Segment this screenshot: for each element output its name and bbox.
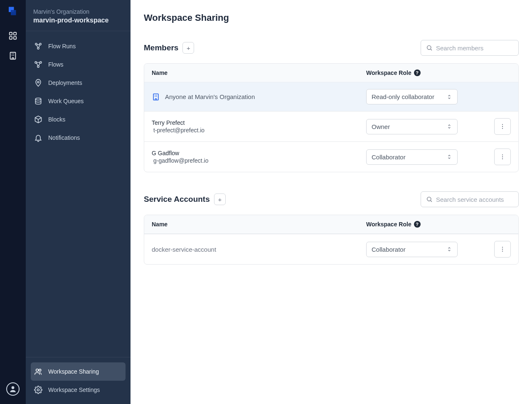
workspace-name: marvin-prod-workspace xyxy=(33,17,123,24)
kebab-icon xyxy=(499,246,506,253)
svg-point-34 xyxy=(502,124,503,125)
member-email: g-gadflow@prefect.io xyxy=(153,157,366,164)
nav-label: Flow Runs xyxy=(48,43,76,50)
deployments-icon xyxy=(34,79,42,87)
svg-point-12 xyxy=(12,386,15,389)
members-table: Name Workspace Role ? Anyone at Marvin's… xyxy=(144,63,519,172)
svg-point-44 xyxy=(502,251,503,252)
page-title: Workspace Sharing xyxy=(144,12,519,23)
member-name: G Gadflow xyxy=(152,150,366,156)
service-role-select[interactable]: Collaborator xyxy=(366,242,458,257)
col-name-header: Name xyxy=(152,69,366,76)
rail-user-avatar[interactable] xyxy=(6,382,20,396)
member-role-select[interactable]: Owner xyxy=(366,119,458,134)
service-table: Name Workspace Role ? docker-service-acc… xyxy=(144,215,519,265)
svg-point-23 xyxy=(37,389,39,391)
col-role-header: Workspace Role ? xyxy=(366,221,487,228)
nav-flow-runs[interactable]: Flow Runs xyxy=(31,37,126,55)
chevron-updown-icon xyxy=(446,246,452,252)
help-icon[interactable]: ? xyxy=(414,69,421,76)
add-member-button[interactable]: + xyxy=(182,42,194,54)
svg-point-24 xyxy=(427,46,431,50)
col-name-header: Name xyxy=(152,221,366,228)
app-rail xyxy=(0,0,26,404)
member-row: Terry Prefect t-prefect@prefect.io Owner xyxy=(144,111,518,141)
kebab-icon xyxy=(499,123,506,130)
svg-point-39 xyxy=(502,159,503,159)
search-members-input[interactable] xyxy=(436,45,513,52)
search-members[interactable] xyxy=(421,40,519,56)
help-icon[interactable]: ? xyxy=(414,221,421,228)
col-role-header: Workspace Role ? xyxy=(366,69,487,76)
service-section-header: Service Accounts + xyxy=(144,191,519,207)
rail-organization-icon[interactable] xyxy=(6,49,20,62)
members-heading: Members xyxy=(144,43,178,52)
main-content: Workspace Sharing Members + Name Workspa… xyxy=(131,0,532,404)
building-icon xyxy=(152,93,160,101)
member-role-select[interactable]: Collaborator xyxy=(366,149,458,165)
member-name: Terry Prefect xyxy=(152,119,366,126)
member-actions-button[interactable] xyxy=(494,149,511,165)
service-row: docker-service-account Collaborator xyxy=(144,234,518,264)
svg-rect-26 xyxy=(153,94,158,100)
nav-label: Work Queues xyxy=(48,98,84,104)
nav-workspace-sharing[interactable]: Workspace Sharing xyxy=(31,362,126,381)
nav-label: Deployments xyxy=(48,79,82,86)
svg-point-37 xyxy=(502,154,503,155)
kebab-icon xyxy=(499,154,506,160)
nav-label: Workspace Settings xyxy=(48,387,100,393)
svg-point-43 xyxy=(502,249,503,250)
flow-runs-icon xyxy=(34,42,42,50)
org-access-label: Anyone at Marvin's Organization xyxy=(165,93,255,100)
svg-point-36 xyxy=(502,128,503,129)
member-actions-button[interactable] xyxy=(494,118,511,135)
sidebar-footer: Workspace Sharing Workspace Settings xyxy=(26,357,131,404)
chevron-updown-icon xyxy=(446,124,452,129)
bell-icon xyxy=(34,134,42,142)
svg-point-35 xyxy=(502,126,503,127)
svg-point-19 xyxy=(37,81,39,83)
svg-rect-2 xyxy=(10,37,12,39)
service-table-head: Name Workspace Role ? xyxy=(144,215,518,234)
svg-point-38 xyxy=(502,156,503,157)
search-service-accounts[interactable] xyxy=(421,191,519,207)
org-role-select[interactable]: Read-only collaborator xyxy=(366,89,458,104)
members-table-head: Name Workspace Role ? xyxy=(144,64,518,82)
svg-point-22 xyxy=(39,369,41,371)
nav-workspace-settings[interactable]: Workspace Settings xyxy=(31,381,126,399)
nav-deployments[interactable]: Deployments xyxy=(31,74,126,92)
sidebar-nav: Flow Runs Flows Deployments Work Queues … xyxy=(26,31,131,357)
nav-work-queues[interactable]: Work Queues xyxy=(31,92,126,110)
nav-label: Workspace Sharing xyxy=(48,368,99,375)
search-service-input[interactable] xyxy=(436,196,513,203)
chevron-updown-icon xyxy=(446,154,452,160)
gear-icon xyxy=(34,386,42,394)
service-actions-button[interactable] xyxy=(494,241,511,258)
add-service-account-button[interactable]: + xyxy=(214,193,226,205)
rail-workspaces-icon[interactable] xyxy=(6,29,20,42)
sidebar: Marvin's Organization marvin-prod-worksp… xyxy=(26,0,131,404)
svg-rect-4 xyxy=(10,52,16,59)
nav-flows[interactable]: Flows xyxy=(31,55,126,74)
nav-notifications[interactable]: Notifications xyxy=(31,129,126,147)
service-heading: Service Accounts xyxy=(144,195,210,204)
chevron-updown-icon xyxy=(446,94,452,100)
work-queues-icon xyxy=(34,97,42,105)
users-icon xyxy=(34,367,42,376)
svg-point-20 xyxy=(35,98,41,100)
org-access-row: Anyone at Marvin's Organization Read-onl… xyxy=(144,82,518,111)
svg-rect-1 xyxy=(14,32,16,35)
member-row: G Gadflow g-gadflow@prefect.io Collabora… xyxy=(144,141,518,172)
app-logo[interactable] xyxy=(7,6,19,18)
nav-label: Flows xyxy=(48,61,64,68)
search-icon xyxy=(426,44,433,52)
svg-line-41 xyxy=(431,201,432,202)
nav-blocks[interactable]: Blocks xyxy=(31,110,126,129)
org-name: Marvin's Organization xyxy=(33,8,123,15)
nav-label: Notifications xyxy=(48,134,80,141)
sidebar-header[interactable]: Marvin's Organization marvin-prod-worksp… xyxy=(26,0,131,31)
svg-point-40 xyxy=(427,197,431,201)
service-account-name: docker-service-account xyxy=(152,246,366,253)
svg-rect-0 xyxy=(10,32,12,35)
member-email: t-prefect@prefect.io xyxy=(153,127,366,134)
